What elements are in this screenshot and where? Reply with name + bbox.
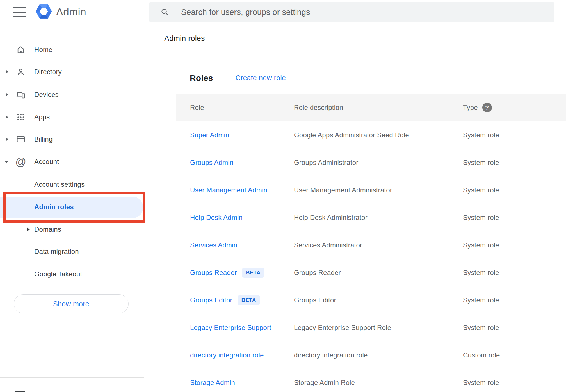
table-row: User Management Admin User Management Ad…	[176, 176, 566, 204]
role-type: System role	[463, 296, 566, 304]
role-type: System role	[463, 379, 566, 387]
sidebar: Admin Home Directory	[0, 0, 144, 392]
role-type: Custom role	[463, 351, 566, 359]
beta-badge: BETA	[238, 295, 260, 305]
sidebar-item-data-migration[interactable]: Data migration	[0, 240, 144, 263]
role-link[interactable]: Legacy Enterprise Support	[190, 324, 271, 332]
chevron-right-icon[interactable]	[6, 115, 8, 119]
role-description: Storage Admin Role	[294, 379, 463, 387]
role-type: System role	[463, 324, 566, 332]
roles-panel-header: Roles Create new role	[176, 62, 566, 94]
role-description: Google Apps Administrator Seed Role	[294, 131, 463, 139]
sidebar-item-label: Domains	[34, 218, 61, 241]
sidebar-item-label: Billing	[34, 128, 53, 151]
role-description: directory integration role	[294, 351, 463, 359]
menu-icon[interactable]	[13, 7, 26, 17]
role-type: System role	[463, 131, 566, 139]
table-row: directory integration role directory int…	[176, 341, 566, 369]
role-link[interactable]: Super Admin	[190, 131, 229, 139]
search-icon	[161, 8, 169, 16]
sidebar-item-devices[interactable]: Devices	[0, 83, 144, 106]
create-new-role-link[interactable]: Create new role	[236, 74, 286, 82]
chevron-right-icon[interactable]	[6, 70, 8, 74]
table-row: Super Admin Google Apps Administrator Se…	[176, 121, 566, 149]
sidebar-item-label: Devices	[34, 83, 59, 106]
column-header-role: Role	[190, 104, 294, 111]
role-link[interactable]: Groups Admin	[190, 159, 233, 167]
role-description: User Management Administrator	[294, 186, 463, 194]
table-row: Groups Admin Groups Administrator System…	[176, 149, 566, 176]
role-type: System role	[463, 186, 566, 194]
sidebar-item-label: Account settings	[34, 173, 85, 196]
app-title: Admin	[56, 6, 86, 18]
table-row: Groups Reader BETA Groups Reader System …	[176, 259, 566, 286]
role-description: Services Administrator	[294, 241, 463, 249]
role-type: System role	[463, 269, 566, 277]
admin-logo-icon	[36, 4, 52, 19]
sidebar-item-directory[interactable]: Directory	[0, 61, 144, 83]
breadcrumb: Admin roles	[164, 34, 205, 43]
sidebar-item-home[interactable]: Home	[0, 38, 144, 61]
cut-off-icon	[15, 391, 25, 392]
sidebar-item-apps[interactable]: Apps	[0, 106, 144, 128]
show-more-button[interactable]: Show more	[14, 294, 129, 313]
role-link[interactable]: User Management Admin	[190, 186, 267, 194]
role-link[interactable]: Groups Reader	[190, 269, 237, 277]
role-link[interactable]: Help Desk Admin	[190, 214, 243, 222]
sidebar-item-label: Home	[34, 38, 53, 61]
chevron-down-icon[interactable]	[4, 161, 8, 163]
sidebar-item-domains[interactable]: Domains	[0, 218, 144, 241]
apps-grid-icon	[15, 111, 26, 123]
panel-title: Roles	[190, 73, 213, 83]
beta-badge: BETA	[242, 268, 264, 278]
role-description: Help Desk Administrator	[294, 214, 463, 222]
role-description: Legacy Enterprise Support Role	[294, 324, 463, 332]
chevron-right-icon[interactable]	[6, 93, 8, 97]
table-row: Legacy Enterprise Support Legacy Enterpr…	[176, 314, 566, 341]
search-input[interactable]	[181, 2, 546, 22]
sidebar-item-label: Data migration	[34, 240, 79, 263]
column-header-type: Type ?	[463, 103, 566, 112]
google-admin-console: Admin Home Directory	[0, 0, 566, 392]
role-type: System role	[463, 241, 566, 249]
role-description: Groups Reader	[294, 269, 463, 277]
sidebar-item-account-settings[interactable]: Account settings	[0, 173, 144, 196]
role-link[interactable]: Groups Editor	[190, 296, 232, 304]
role-description: Groups Editor	[294, 296, 463, 304]
credit-card-icon	[15, 134, 26, 145]
person-icon	[15, 66, 26, 78]
role-link[interactable]: Services Admin	[190, 241, 237, 249]
table-row: Storage Admin Storage Admin Role System …	[176, 369, 566, 392]
sidebar-item-admin-roles[interactable]: Admin roles	[0, 196, 144, 218]
sidebar-item-billing[interactable]: Billing	[0, 128, 144, 151]
role-type: System role	[463, 214, 566, 222]
table-row: Services Admin Services Administrator Sy…	[176, 231, 566, 259]
at-icon: @	[15, 156, 26, 167]
chevron-right-icon[interactable]	[27, 227, 30, 231]
role-description: Groups Administrator	[294, 159, 463, 167]
sidebar-divider	[0, 377, 144, 378]
search-bar[interactable]	[149, 2, 554, 22]
sidebar-item-label: Google Takeout	[34, 263, 82, 285]
sidebar-item-label: Account	[34, 151, 59, 173]
sidebar-item-account[interactable]: @ Account	[0, 151, 144, 173]
home-icon	[15, 44, 26, 55]
chevron-right-icon[interactable]	[6, 137, 8, 141]
sidebar-item-label: Admin roles	[34, 196, 74, 218]
header-divider	[149, 49, 566, 49]
sidebar-item-label: Directory	[34, 61, 62, 83]
table-header-row: Role Role description Type ?	[176, 94, 566, 121]
role-link[interactable]: directory integration role	[190, 351, 264, 359]
devices-icon	[15, 89, 26, 100]
role-type: System role	[463, 159, 566, 167]
help-icon[interactable]: ?	[482, 103, 492, 112]
table-row: Groups Editor BETA Groups Editor System …	[176, 286, 566, 314]
role-link[interactable]: Storage Admin	[190, 379, 235, 387]
sidebar-item-label: Apps	[34, 106, 50, 128]
roles-panel: Roles Create new role Role Role descript…	[176, 62, 566, 392]
column-header-description: Role description	[294, 104, 463, 111]
table-row: Help Desk Admin Help Desk Administrator …	[176, 204, 566, 231]
sidebar-item-google-takeout[interactable]: Google Takeout	[0, 263, 144, 285]
